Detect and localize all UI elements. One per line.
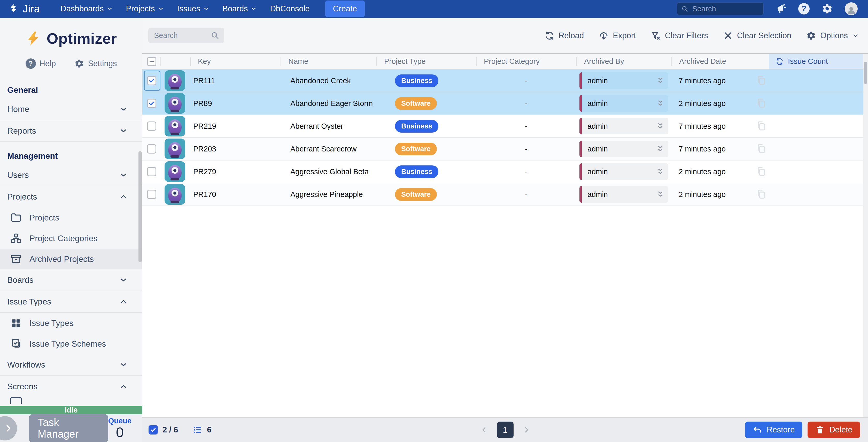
sidebar-subitem-projects[interactable]: Projects bbox=[0, 207, 142, 228]
sidebar-settings-button[interactable]: Settings bbox=[74, 58, 117, 69]
sidebar-subitem-issue-type-schemes[interactable]: Issue Type Schemes bbox=[0, 333, 142, 354]
clear-selection-button[interactable]: Clear Selection bbox=[723, 31, 791, 40]
nav-item-dbconsole[interactable]: DbConsole bbox=[270, 4, 309, 13]
queue-label: Queue bbox=[108, 417, 131, 425]
sidebar-subitem-issue-types[interactable]: Issue Types bbox=[0, 313, 142, 333]
project-key: PR111 bbox=[190, 69, 281, 92]
clear-filters-button[interactable]: Clear Filters bbox=[651, 31, 708, 40]
nav-item-label: DbConsole bbox=[270, 4, 309, 13]
archived-by-select[interactable]: admin bbox=[580, 186, 668, 203]
copy-icon[interactable] bbox=[755, 166, 767, 178]
nav-search[interactable] bbox=[677, 2, 764, 15]
column-header-archived-date: Archived Date bbox=[672, 54, 769, 69]
table-row[interactable]: PR170 Aggressive Pineapple Software - ad… bbox=[142, 183, 868, 206]
copy-icon[interactable] bbox=[755, 75, 767, 87]
table-scrollbar-thumb[interactable] bbox=[864, 62, 867, 84]
copy-icon[interactable] bbox=[755, 143, 767, 155]
archived-by-select[interactable]: admin bbox=[580, 141, 668, 157]
reload-button[interactable]: Reload bbox=[545, 31, 584, 40]
top-nav: Jira DashboardsProjectsIssuesBoardsDbCon… bbox=[0, 0, 868, 18]
row-checkbox[interactable] bbox=[147, 121, 156, 131]
archived-by-select[interactable]: admin bbox=[580, 164, 668, 180]
row-checkbox[interactable] bbox=[147, 99, 156, 108]
archived-by-value: admin bbox=[587, 99, 608, 108]
archived-by-select[interactable]: admin bbox=[580, 95, 668, 112]
nav-item-dashboards[interactable]: Dashboards bbox=[60, 4, 113, 13]
gear-icon[interactable] bbox=[822, 3, 833, 14]
sidebar-help-button[interactable]: ? Help bbox=[26, 58, 56, 69]
row-checkbox[interactable] bbox=[147, 144, 156, 153]
copy-icon[interactable] bbox=[755, 120, 767, 132]
project-category: - bbox=[476, 160, 576, 183]
table-row[interactable]: PR219 Aberrant Oyster Business - admin 7… bbox=[142, 115, 868, 138]
sidebar-scrollbar-thumb[interactable] bbox=[138, 151, 142, 262]
megaphone-icon[interactable] bbox=[775, 3, 786, 14]
column-header-issue-count[interactable]: Issue Count bbox=[769, 54, 863, 69]
table-row[interactable]: PR89 Abandoned Eager Storm Software - ad… bbox=[142, 92, 868, 115]
button-label: Clear Selection bbox=[737, 31, 791, 40]
project-type-badge: Business bbox=[395, 75, 438, 87]
help-icon[interactable]: ? bbox=[798, 3, 810, 14]
project-key: PR279 bbox=[190, 160, 281, 183]
row-checkbox[interactable] bbox=[147, 190, 156, 199]
nav-item-projects[interactable]: Projects bbox=[126, 4, 164, 13]
current-page[interactable]: 1 bbox=[497, 421, 514, 438]
project-key: PR89 bbox=[190, 92, 281, 115]
table-search[interactable] bbox=[148, 28, 224, 43]
select-all-checkbox[interactable] bbox=[147, 57, 156, 66]
user-avatar[interactable] bbox=[845, 2, 858, 15]
check-square-icon bbox=[10, 338, 22, 350]
sidebar-item-screens[interactable]: Screens bbox=[0, 376, 142, 397]
table-search-input[interactable] bbox=[153, 31, 211, 40]
project-name: Aggressive Pineapple bbox=[281, 183, 376, 206]
jira-brand[interactable]: Jira bbox=[8, 3, 40, 15]
chevron-down-icon bbox=[120, 171, 127, 179]
next-page-icon[interactable] bbox=[523, 426, 530, 434]
task-manager-button[interactable]: Task Manager bbox=[29, 414, 108, 442]
sidebar-subitem-label: Archived Projects bbox=[29, 254, 94, 264]
copy-icon[interactable] bbox=[755, 97, 767, 110]
nav-item-boards[interactable]: Boards bbox=[222, 4, 256, 13]
nav-item-issues[interactable]: Issues bbox=[177, 4, 209, 13]
copy-icon[interactable] bbox=[755, 188, 767, 201]
chevron-down-icon bbox=[120, 361, 127, 369]
brand-name: Jira bbox=[23, 3, 40, 15]
table-row[interactable]: PR279 Aggressive Global Beta Business - … bbox=[142, 160, 868, 183]
archived-by-select[interactable]: admin bbox=[580, 72, 668, 89]
double-chevron-icon bbox=[656, 167, 664, 176]
sidebar-item-home[interactable]: Home bbox=[0, 98, 142, 120]
archived-by-value: admin bbox=[587, 122, 608, 130]
archived-by-select[interactable]: admin bbox=[580, 118, 668, 135]
row-checkbox[interactable] bbox=[147, 167, 156, 176]
chevron-down-icon bbox=[852, 33, 859, 39]
total-count: 6 bbox=[193, 425, 211, 435]
total-count-label: 6 bbox=[207, 425, 211, 435]
sidebar-item-projects[interactable]: Projects bbox=[0, 186, 142, 207]
sidebar-item-reports[interactable]: Reports bbox=[0, 120, 142, 142]
table-row[interactable]: PR111 Abandoned Creek Business - admin 7… bbox=[142, 69, 868, 92]
table-scrollbar[interactable] bbox=[863, 54, 868, 417]
prev-page-icon[interactable] bbox=[480, 426, 488, 434]
sidebar-item-workflows[interactable]: Workflows bbox=[0, 354, 142, 376]
sidebar-subitem-archived-projects[interactable]: Archived Projects bbox=[0, 249, 142, 269]
project-name: Aberrant Oyster bbox=[281, 115, 376, 137]
sidebar-subitem-project-categories[interactable]: Project Categories bbox=[0, 228, 142, 249]
chevron-down-icon bbox=[120, 127, 127, 135]
sidebar-item-boards[interactable]: Boards bbox=[0, 269, 142, 291]
expand-handle[interactable] bbox=[0, 416, 17, 440]
create-button[interactable]: Create bbox=[325, 1, 365, 17]
sidebar-item-issue-types[interactable]: Issue Types bbox=[0, 291, 142, 313]
export-button[interactable]: Export bbox=[599, 31, 636, 40]
options-button[interactable]: Options bbox=[806, 31, 859, 40]
export-icon bbox=[599, 31, 609, 40]
restore-button[interactable]: Restore bbox=[745, 421, 803, 438]
nav-search-input[interactable] bbox=[692, 4, 759, 13]
sidebar-item-users[interactable]: Users bbox=[0, 165, 142, 186]
sidebar-item-label: Workflows bbox=[7, 360, 45, 370]
refresh-icon[interactable] bbox=[776, 57, 784, 66]
queue-box: Queue 0 bbox=[108, 417, 131, 439]
table-row[interactable]: PR203 Aberrant Scarecrow Software - admi… bbox=[142, 138, 868, 160]
sidebar-item-label: Reports bbox=[7, 126, 36, 136]
delete-button[interactable]: Delete bbox=[808, 421, 860, 438]
project-type-badge: Software bbox=[395, 188, 437, 201]
